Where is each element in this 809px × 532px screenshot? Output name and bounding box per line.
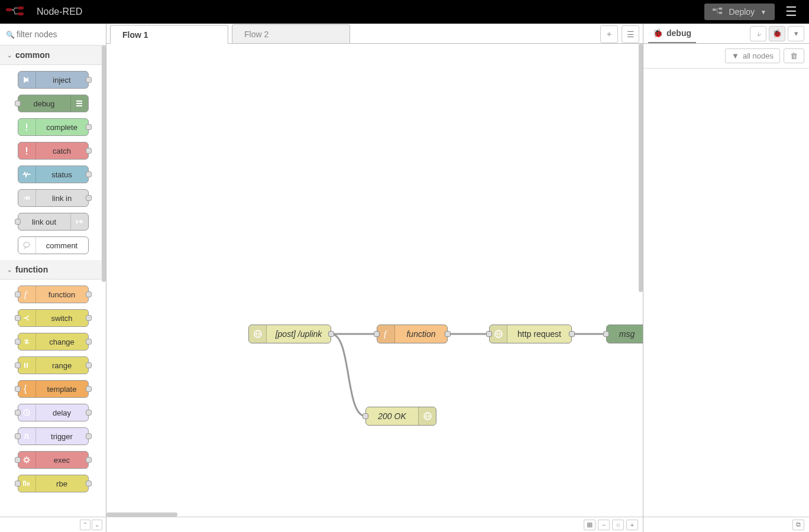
node-red-logo-icon — [6, 7, 30, 17]
input-port — [15, 315, 21, 321]
output-port[interactable] — [445, 331, 451, 337]
palette-node-trigger[interactable]: trigger — [18, 427, 89, 445]
output-port[interactable] — [569, 331, 575, 337]
deploy-icon — [713, 7, 723, 17]
palette-collapse-up-button[interactable]: ⌃ — [80, 520, 90, 530]
func-icon: f — [377, 325, 395, 343]
navigator-button[interactable]: ▦ — [584, 520, 596, 530]
zoom-out-button[interactable]: − — [598, 520, 610, 530]
canvas-scrollbar-vertical[interactable] — [639, 44, 643, 292]
svg-rect-0 — [6, 8, 12, 11]
flow-node-n4[interactable]: msg — [606, 325, 643, 343]
flow-canvas[interactable]: [post] /uplinkffunctionhttp requestmsg20… — [106, 44, 643, 517]
palette-node-complete[interactable]: complete — [18, 118, 89, 136]
wire-n1-n5[interactable] — [331, 334, 365, 416]
switch-icon — [18, 310, 36, 326]
sidebar-tab-debug[interactable]: 🐞 debug — [648, 24, 696, 43]
sidebar-panel: 🐞 debug 𝓲 🐞 ▾ ▼ all nodes 🗑 ⧉ — [643, 24, 809, 532]
info-icon: 𝓲 — [757, 29, 759, 38]
filter-nodes-input[interactable] — [6, 27, 100, 41]
window-icon: ⧉ — [796, 521, 801, 528]
debug-clear-button[interactable]: 🗑 — [784, 48, 804, 63]
output-port — [86, 315, 92, 321]
zoom-reset-button[interactable]: ○ — [612, 520, 624, 530]
flow-node-n5[interactable]: 200 OK — [365, 407, 436, 426]
svg-rect-11 — [26, 147, 27, 152]
palette-scrollbar[interactable] — [102, 46, 106, 282]
flow-node-n1[interactable]: [post] /uplink — [248, 325, 331, 343]
palette-node-change[interactable]: change — [18, 333, 89, 351]
svg-rect-9 — [26, 124, 27, 128]
list-flows-button[interactable]: ☰ — [622, 25, 639, 43]
output-port — [86, 148, 92, 154]
input-port[interactable] — [363, 413, 368, 419]
palette-node-debug[interactable]: debug — [18, 95, 89, 112]
palette-category-function[interactable]: ⌄function — [0, 260, 106, 280]
comment-icon — [18, 237, 36, 254]
output-port[interactable] — [328, 331, 334, 337]
flow-tab-flow-1[interactable]: Flow 1 — [110, 25, 228, 44]
sidebar-dropdown-button[interactable]: ▾ — [788, 26, 804, 41]
svg-rect-8 — [76, 105, 82, 106]
rbe-icon — [18, 475, 36, 492]
chevron-down-icon: ⌄ — [7, 52, 12, 59]
palette-node-switch[interactable]: switch — [18, 309, 89, 327]
gear-icon — [18, 452, 36, 468]
svg-point-21 — [25, 458, 28, 462]
palette-node-link-in[interactable]: link in — [18, 189, 89, 207]
bars-right-icon — [70, 95, 88, 112]
output-port — [86, 362, 92, 368]
flow-node-n3[interactable]: http request — [489, 325, 572, 343]
palette-node-comment[interactable]: comment — [18, 236, 89, 254]
palette-node-link-out[interactable]: link out — [18, 213, 89, 231]
input-port[interactable] — [603, 331, 609, 337]
logo: Node-RED — [6, 7, 82, 17]
workspace-footer: ▦ − ○ + — [106, 517, 643, 532]
zoom-in-button[interactable]: + — [626, 520, 638, 530]
input-port — [15, 386, 21, 392]
exclaim-icon — [18, 119, 36, 135]
input-port — [15, 339, 21, 345]
change-icon — [18, 333, 36, 350]
caret-down-icon: ▾ — [794, 29, 798, 38]
output-port — [86, 433, 92, 439]
input-port[interactable] — [374, 331, 380, 337]
palette-category-common[interactable]: ⌄common — [0, 46, 106, 65]
range-icon — [18, 357, 36, 374]
svg-rect-5 — [719, 12, 721, 14]
search-icon: 🔍 — [6, 31, 15, 39]
flow-node-n2[interactable]: ffunction — [377, 325, 448, 343]
palette-node-range[interactable]: range — [18, 356, 89, 374]
flow-tab-flow-2[interactable]: Flow 2 — [232, 24, 350, 43]
debug-filter-button[interactable]: ▼ all nodes — [725, 48, 780, 63]
svg-rect-4 — [719, 8, 721, 10]
svg-rect-13 — [28, 196, 30, 200]
palette-footer: ⌃ ⌄ — [0, 517, 106, 532]
func-icon: f — [18, 286, 36, 303]
input-port[interactable] — [486, 331, 492, 337]
palette-node-inject[interactable]: inject — [18, 71, 89, 89]
debug-window-button[interactable]: ⧉ — [792, 520, 804, 530]
palette-node-rbe[interactable]: rbe — [18, 475, 89, 492]
palette-expand-down-button[interactable]: ⌄ — [92, 520, 102, 530]
palette-node-catch[interactable]: catch — [18, 142, 89, 160]
hamburger-menu-button[interactable]: ☰ — [779, 4, 803, 20]
svg-rect-10 — [26, 129, 27, 131]
debug-messages — [643, 69, 809, 517]
globe-icon — [249, 325, 267, 343]
svg-rect-7 — [76, 103, 82, 104]
input-port — [15, 291, 21, 297]
palette-node-template[interactable]: {template — [18, 380, 89, 398]
output-port — [86, 457, 92, 463]
deploy-button[interactable]: Deploy ▼ — [704, 4, 775, 20]
canvas-scrollbar-horizontal[interactable] — [106, 512, 177, 517]
palette-node-status[interactable]: status — [18, 166, 89, 183]
output-port — [86, 410, 92, 416]
sidebar-info-button[interactable]: 𝓲 — [750, 26, 766, 41]
add-flow-button[interactable]: ＋ — [600, 25, 618, 43]
sidebar-debug-button[interactable]: 🐞 — [769, 26, 785, 41]
link-in-icon — [18, 190, 36, 206]
palette-node-delay[interactable]: delay — [18, 404, 89, 421]
palette-node-function[interactable]: ffunction — [18, 286, 89, 303]
palette-node-exec[interactable]: exec — [18, 451, 89, 469]
